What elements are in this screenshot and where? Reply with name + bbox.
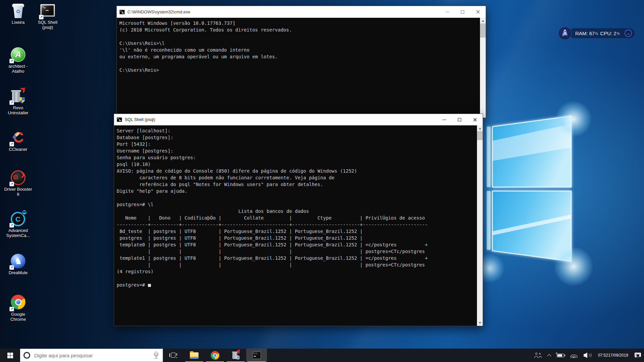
task-view-button[interactable] <box>163 349 184 362</box>
chrome-icon <box>211 351 219 360</box>
shortcut-arrow-badge: ↗ <box>39 15 44 19</box>
battery-icon[interactable] <box>554 349 567 362</box>
chrome-icon: ↗ <box>10 295 26 311</box>
expand-arrow-icon[interactable]: → <box>625 29 632 37</box>
microphone-icon[interactable] <box>153 352 159 359</box>
cmd-output-text: Microsoft Windows [versão 10.0.17763.737… <box>117 18 480 73</box>
desktop-icon-label: Lixeira <box>4 20 32 25</box>
console-icon <box>252 352 261 359</box>
sql-app-icon <box>117 117 122 122</box>
desktop-icon-label: Revo Uninstaller <box>4 105 32 116</box>
desktop-icon-architect[interactable]: A ↗ architect - Atalho <box>4 47 32 74</box>
scroll-up-button[interactable] <box>477 125 483 131</box>
scroll-down-button[interactable] <box>477 320 483 326</box>
scroll-thumb[interactable] <box>477 131 483 140</box>
scroll-thumb[interactable] <box>480 23 486 38</box>
psql-prompt-line[interactable]: postgres=# <box>114 282 477 288</box>
architect-icon: A ↗ <box>10 47 26 63</box>
cortana-icon <box>23 352 30 359</box>
cmd-window: C:\WINDOWS\system32\cmd.exe × Microsoft … <box>116 6 486 118</box>
tray-date: 17/09/2019 <box>608 353 628 358</box>
desktop-icon-label: Driver Booster 6 <box>4 187 32 197</box>
recycle-symbol-icon: ♻ <box>10 8 26 15</box>
sql-scrollbar[interactable] <box>477 125 483 326</box>
taskbar-item-revo-uninstaller[interactable]: R <box>225 349 246 362</box>
volume-icon[interactable] <box>581 349 595 362</box>
terminal-cursor <box>148 284 151 287</box>
desktop-icon-label: Google Chrome <box>4 312 32 322</box>
system-tray: 07:52 17/09/2019 <box>531 349 644 362</box>
people-icon[interactable] <box>531 349 545 362</box>
scroll-up-button[interactable] <box>480 18 486 23</box>
taskbar: R 07:52 17/09/2019 <box>0 349 644 362</box>
perf-widget-pill: RAM: 67 % CPU: 2 % → <box>569 28 635 39</box>
driver-booster-icon: ⚙ ↗ <box>10 170 26 186</box>
desktop-icon-label: DreaMule <box>4 270 32 275</box>
tray-chevron-icon[interactable] <box>545 349 554 362</box>
cmd-scrollbar[interactable] <box>480 18 486 118</box>
task-view-icon <box>169 352 177 358</box>
recycle-bin-icon: ♻ <box>10 3 26 19</box>
desktop-icon-google-chrome[interactable]: ↗ Google Chrome <box>4 294 32 322</box>
sql-title-bar[interactable]: SQL Shell (psql) × <box>114 114 483 125</box>
desktop: ♻ Lixeira ↗ SQL Shell (psql) A ↗ archite… <box>0 0 644 362</box>
shortcut-arrow-badge: ↗ <box>9 265 14 270</box>
action-center-icon[interactable] <box>632 349 644 362</box>
advanced-systemcare-icon: C ↗ <box>10 211 26 227</box>
rocket-icon[interactable] <box>558 26 572 40</box>
minimize-button[interactable] <box>439 6 455 18</box>
start-button[interactable] <box>0 349 20 362</box>
shortcut-arrow-badge: ↗ <box>9 182 14 186</box>
shortcut-arrow-badge: ↗ <box>9 223 14 228</box>
cmd-title-bar[interactable]: C:\WINDOWS\system32\cmd.exe × <box>117 6 486 18</box>
windows-logo-icon <box>7 353 13 358</box>
windows-logo-wallpaper <box>480 111 578 272</box>
desktop-icon-driver-booster[interactable]: ⚙ ↗ Driver Booster 6 <box>4 170 32 197</box>
desktop-icon-sql-shell[interactable]: ↗ SQL Shell (psql) <box>34 3 62 30</box>
cmd-app-icon <box>119 10 125 14</box>
shortcut-arrow-badge: ↗ <box>9 100 14 105</box>
desktop-icon-revo-uninstaller[interactable]: ↗ Revo Uninstaller <box>4 88 32 116</box>
cmd-window-title: C:\WINDOWS\system32\cmd.exe <box>127 10 439 14</box>
cpu-stat: CPU: 2 % <box>600 31 620 36</box>
file-explorer-icon <box>190 352 199 359</box>
cmd-console-output[interactable]: Microsoft Windows [versão 10.0.17763.737… <box>117 18 480 118</box>
desktop-icon-advanced-systemcare[interactable]: C ↗ Advanced SystemCa... <box>4 211 32 238</box>
search-input[interactable] <box>34 353 153 358</box>
smiley-icon <box>22 210 26 215</box>
minimize-button[interactable] <box>436 114 452 125</box>
taskbar-item-explorer[interactable] <box>184 349 205 362</box>
tray-time: 07:52 <box>598 353 608 358</box>
clock[interactable]: 07:52 17/09/2019 <box>595 349 632 362</box>
maximize-button[interactable] <box>452 114 467 125</box>
taskbar-apps: R <box>163 349 267 362</box>
search-box[interactable] <box>20 349 163 362</box>
close-button[interactable]: × <box>470 6 486 18</box>
dreamule-icon: ♞ ↗ <box>10 253 26 269</box>
desktop-icon-label: architect - Atalho <box>4 64 32 74</box>
desktop-icon-label: CCleaner <box>4 147 32 152</box>
perf-widget: RAM: 67 % CPU: 2 % → <box>558 26 635 40</box>
revo-uninstaller-icon: R <box>231 351 240 359</box>
console-icon: ↗ <box>40 3 56 19</box>
desktop-icon-ccleaner[interactable]: C ↗ CCleaner <box>4 130 32 152</box>
desktop-icon-dreamule[interactable]: ♞ ↗ DreaMule <box>4 253 32 275</box>
shortcut-arrow-badge: ↗ <box>9 307 14 311</box>
taskbar-item-chrome[interactable] <box>205 349 225 362</box>
desktop-icon-lixeira[interactable]: ♻ Lixeira <box>4 3 32 25</box>
sql-window-title: SQL Shell (psql) <box>125 117 436 122</box>
desktop-icon-label: SQL Shell (psql) <box>34 20 62 30</box>
gear-icon: ⚙ <box>13 174 18 181</box>
desktop-icon-label: Advanced SystemCa... <box>4 228 32 238</box>
sql-output-text: Server [localhost]: Database [postgres]:… <box>114 125 477 282</box>
sql-shell-window: SQL Shell (psql) × Server [localhost]: D… <box>114 114 483 326</box>
sql-console-output[interactable]: Server [localhost]: Database [postgres]:… <box>114 125 477 326</box>
uac-shield-icon <box>19 97 25 104</box>
close-button[interactable]: × <box>467 114 483 125</box>
shortcut-arrow-badge: ↗ <box>9 142 14 146</box>
taskbar-item-cmd[interactable] <box>246 349 267 362</box>
ccleaner-icon: C ↗ <box>10 130 26 146</box>
wifi-icon[interactable] <box>567 349 581 362</box>
psql-prompt: postgres=# <box>117 282 148 288</box>
maximize-button[interactable] <box>455 6 470 18</box>
